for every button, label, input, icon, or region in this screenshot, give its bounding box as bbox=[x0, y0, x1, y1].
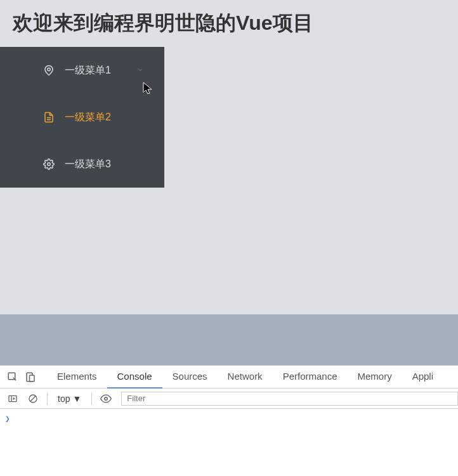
console-toolbar: top ▼ bbox=[0, 389, 458, 409]
svg-point-3 bbox=[48, 163, 51, 166]
sidebar-toggle-button[interactable] bbox=[4, 390, 22, 408]
svg-line-10 bbox=[30, 396, 36, 401]
device-toolbar-button[interactable] bbox=[22, 368, 39, 386]
devtools-panel: Elements Console Sources Network Perform… bbox=[0, 365, 458, 476]
chevron-down-icon bbox=[136, 65, 144, 76]
svg-point-11 bbox=[105, 397, 108, 400]
menu-item-label: 一级菜单3 bbox=[65, 158, 111, 171]
tab-performance[interactable]: Performance bbox=[273, 366, 348, 389]
chevron-down-icon: ▼ bbox=[72, 394, 81, 404]
tab-sources[interactable]: Sources bbox=[162, 366, 218, 389]
divider bbox=[91, 392, 92, 405]
document-icon bbox=[43, 112, 55, 123]
tab-application[interactable]: Appli bbox=[402, 366, 443, 389]
menu-item-label: 一级菜单2 bbox=[65, 111, 111, 124]
tab-memory[interactable]: Memory bbox=[348, 366, 402, 389]
app-body: 一级菜单1 一级菜单2 bbox=[0, 47, 458, 314]
menu-item-label: 一级菜单1 bbox=[65, 64, 111, 77]
inspect-element-button[interactable] bbox=[4, 368, 22, 386]
context-label: top bbox=[58, 394, 70, 404]
svg-point-0 bbox=[48, 68, 51, 71]
menu-item-3[interactable]: 一级菜单3 bbox=[0, 141, 164, 188]
tab-elements[interactable]: Elements bbox=[47, 366, 107, 389]
location-icon bbox=[43, 65, 55, 76]
svg-rect-7 bbox=[9, 396, 16, 401]
sidebar: 一级菜单1 一级菜单2 bbox=[0, 47, 164, 314]
svg-rect-6 bbox=[30, 375, 35, 382]
page-title: 欢迎来到编程界明世隐的Vue项目 bbox=[13, 10, 313, 37]
gear-icon bbox=[43, 158, 55, 170]
console-prompt: ❯ bbox=[5, 414, 10, 423]
live-expression-button[interactable] bbox=[97, 390, 115, 408]
tab-network[interactable]: Network bbox=[218, 366, 273, 389]
clear-console-button[interactable] bbox=[24, 390, 42, 408]
context-selector[interactable]: top ▼ bbox=[53, 394, 86, 404]
menu-item-2[interactable]: 一级菜单2 bbox=[0, 94, 164, 141]
tab-console[interactable]: Console bbox=[107, 366, 162, 389]
page-header: 欢迎来到编程界明世隐的Vue项目 bbox=[0, 0, 458, 47]
console-body[interactable]: ❯ bbox=[0, 409, 458, 428]
main-content bbox=[164, 47, 458, 314]
spacer bbox=[0, 314, 458, 365]
filter-input[interactable] bbox=[121, 392, 458, 406]
devtools-tabbar: Elements Console Sources Network Perform… bbox=[0, 366, 458, 389]
divider bbox=[47, 392, 48, 405]
sidebar-menu: 一级菜单1 一级菜单2 bbox=[0, 47, 164, 188]
menu-item-1[interactable]: 一级菜单1 bbox=[0, 47, 164, 94]
